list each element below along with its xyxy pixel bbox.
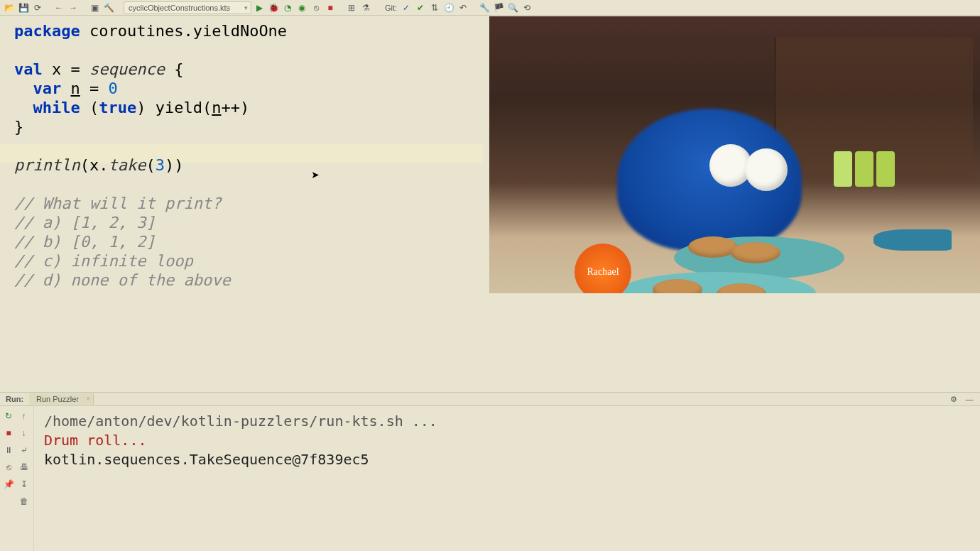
gear-icon[interactable]: ⚙: [947, 393, 960, 405]
build-icon[interactable]: 🔨: [102, 1, 115, 14]
wrap-icon[interactable]: ⤶: [17, 443, 31, 457]
lit-zero: 0: [109, 80, 118, 97]
run-panel-label: Run:: [0, 395, 29, 403]
back-icon[interactable]: ←: [53, 1, 65, 14]
refresh-icon[interactable]: ⟳: [31, 1, 44, 14]
pin-icon[interactable]: 📌: [1, 477, 16, 491]
run-gutter: ↻ ■ ⏸ ⎋ 📌 ↑ ↓ ⤶ 🖶 ↧ 🗑: [0, 406, 34, 551]
git-compare-icon[interactable]: ⇅: [428, 1, 441, 14]
output-cmd: /home/anton/dev/kotlin-puzzlers/run-kts.…: [44, 413, 437, 430]
coverage-icon[interactable]: ◔: [281, 1, 294, 14]
kw-val: val: [14, 60, 43, 78]
output-result: kotlin.sequences.TakeSequence@7f839ec5: [44, 451, 369, 468]
kw-var: var: [33, 80, 62, 97]
wrench-icon[interactable]: 🔧: [478, 1, 491, 14]
forward-icon[interactable]: →: [67, 1, 80, 14]
comment-a: // a) [1, 2, 3]: [14, 214, 156, 231]
main-toolbar: 📂 💾 ⟳ ← → ▣ 🔨 cyclicObjectConstructions.…: [0, 0, 980, 16]
brace-open: {: [165, 60, 184, 78]
profile-icon[interactable]: ◉: [295, 1, 308, 14]
comment-q: // What will it print?: [14, 195, 221, 212]
editor-area: package coroutines.yieldNoOne val x = se…: [0, 16, 980, 392]
up-icon[interactable]: ↑: [17, 409, 31, 423]
pause-icon[interactable]: ⏸: [1, 443, 16, 457]
fn-println: println: [14, 156, 80, 174]
package-name: coroutines.yieldNoOne: [80, 22, 287, 40]
git-update-icon[interactable]: ✓: [400, 1, 413, 14]
minimize-icon[interactable]: —: [963, 393, 976, 405]
stop-icon[interactable]: ■: [324, 1, 337, 14]
run-tab[interactable]: Run Puzzler ×: [29, 393, 94, 405]
attach-icon[interactable]: ⎋: [310, 1, 322, 14]
run-panel-body: ↻ ■ ⏸ ⎋ 📌 ↑ ↓ ⤶ 🖶 ↧ 🗑 /home/anton/dev/ko…: [0, 406, 980, 551]
rerun-icon[interactable]: ↻: [1, 409, 16, 423]
comment-c: // c) infinite loop: [14, 252, 193, 270]
var-n: n: [71, 80, 80, 97]
overlay-image: Rachael: [489, 16, 980, 293]
layout-icon[interactable]: ⊞: [345, 1, 358, 14]
rachael-logo: Rachael: [575, 244, 631, 293]
save-icon[interactable]: 💾: [17, 1, 30, 14]
x-decl: x =: [43, 60, 89, 78]
sync-icon[interactable]: ⟲: [521, 1, 533, 14]
brace-close: }: [14, 118, 23, 136]
comment-d: // d) none of the above: [14, 271, 231, 289]
stop-run-icon[interactable]: ■: [1, 426, 16, 440]
var-n2: n: [212, 99, 221, 116]
run-icon[interactable]: ▶: [253, 1, 266, 14]
down-icon[interactable]: ↓: [17, 426, 31, 440]
print-icon[interactable]: 🖶: [17, 460, 31, 474]
run-panel-header: Run: Run Puzzler × ⚙ —: [0, 392, 980, 406]
fn-take: take: [108, 156, 146, 174]
lit-three: 3: [156, 156, 165, 174]
kw-package: package: [14, 22, 80, 40]
run-config-label: cyclicObjectConstructions.kts: [129, 4, 230, 12]
comment-b: // b) [0, 1, 2]: [14, 233, 156, 251]
flask-icon[interactable]: ⚗: [359, 1, 372, 14]
window-icon[interactable]: ▣: [88, 1, 101, 14]
output-drum: Drum roll...: [44, 432, 147, 449]
kw-true: true: [99, 99, 136, 116]
run-config-selector[interactable]: cyclicObjectConstructions.kts: [124, 1, 251, 14]
scroll-icon[interactable]: ↧: [17, 477, 31, 491]
open-icon[interactable]: 📂: [3, 1, 16, 14]
exit-icon[interactable]: ⎋: [1, 460, 16, 474]
run-tab-label: Run Puzzler: [36, 395, 79, 403]
trash-icon[interactable]: 🗑: [17, 494, 31, 508]
debug-icon[interactable]: 🐞: [267, 1, 280, 14]
git-revert-icon[interactable]: ↶: [457, 1, 469, 14]
kw-while: while: [33, 99, 80, 116]
git-history-icon[interactable]: 🕘: [442, 1, 455, 14]
structure-icon[interactable]: 🏴: [492, 1, 505, 14]
run-output[interactable]: /home/anton/dev/kotlin-puzzlers/run-kts.…: [34, 406, 980, 551]
search-icon[interactable]: 🔍: [506, 1, 519, 14]
close-icon[interactable]: ×: [86, 395, 90, 403]
git-label: Git:: [385, 4, 397, 12]
git-commit-icon[interactable]: ✔: [414, 1, 427, 14]
fn-yield: yield: [156, 99, 202, 116]
fn-sequence: sequence: [89, 60, 165, 78]
